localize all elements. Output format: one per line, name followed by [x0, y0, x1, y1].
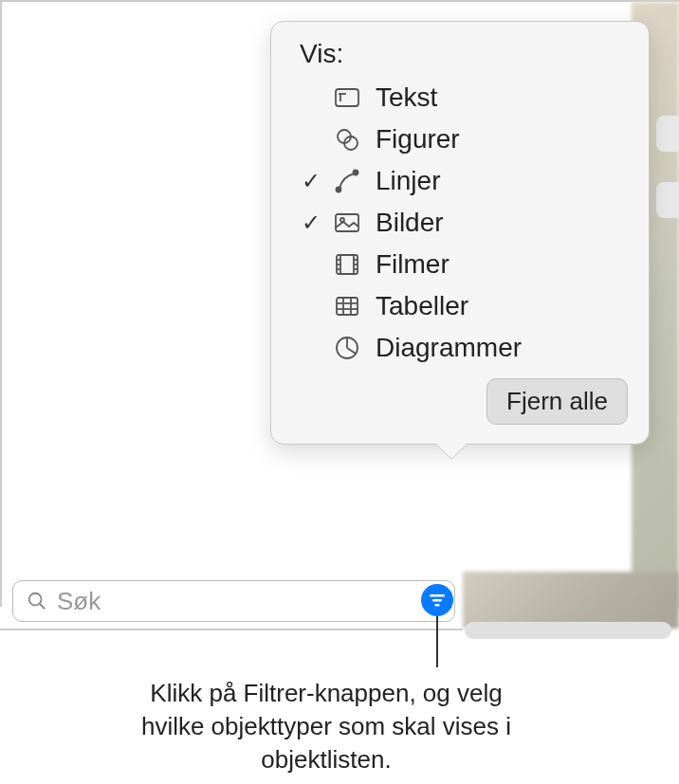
check-col: ✓ [296, 168, 326, 194]
menu-label-text: Tekst [368, 82, 624, 113]
menu-label-charts: Diagrammer [368, 333, 624, 363]
check-col: ✓ [296, 210, 326, 236]
chart-icon [333, 334, 361, 362]
menu-label-images: Bilder [368, 208, 624, 238]
search-input[interactable] [57, 587, 441, 616]
svg-line-28 [40, 604, 46, 610]
annotation-leader-line [436, 616, 438, 667]
menu-item-charts[interactable]: Diagrammer [292, 327, 628, 369]
line-icon [333, 167, 361, 195]
popover-title: Vis: [292, 39, 628, 69]
svg-line-26 [347, 348, 356, 354]
annotation-text: Klikk på Filtrer-knappen, og velg hvilke… [118, 677, 535, 776]
search-bar[interactable] [12, 580, 455, 622]
side-tab-1[interactable] [656, 116, 679, 152]
menu-item-shapes[interactable]: Figurer [292, 119, 628, 160]
divider [0, 629, 463, 630]
svg-rect-0 [336, 89, 358, 106]
bottom-background-blur [463, 572, 679, 629]
menu-item-lines[interactable]: ✓ Linjer [292, 160, 628, 202]
menu-item-tables[interactable]: Tabeller [292, 285, 628, 327]
text-icon [333, 83, 361, 112]
filter-button[interactable] [421, 584, 453, 616]
horizontal-scrollbar[interactable] [465, 622, 671, 639]
menu-label-movies: Filmer [368, 249, 624, 280]
svg-rect-19 [337, 298, 358, 315]
filter-popover: Vis: Tekst Figurer ✓ [270, 21, 650, 445]
svg-rect-30 [432, 599, 442, 602]
menu-item-movies[interactable]: Filmer [292, 244, 628, 285]
menu-label-lines: Linjer [368, 166, 624, 196]
film-icon [333, 250, 361, 279]
shapes-icon [333, 125, 361, 154]
filter-icon [429, 592, 446, 609]
image-icon [333, 209, 361, 237]
search-icon [27, 591, 47, 611]
menu-item-text[interactable]: Tekst [292, 77, 628, 119]
clear-all-button[interactable]: Fjern alle [486, 378, 628, 425]
checkmark-icon: ✓ [302, 168, 321, 194]
svg-rect-31 [435, 604, 440, 607]
menu-label-shapes: Figurer [368, 124, 624, 155]
svg-point-27 [29, 593, 42, 606]
menu-label-tables: Tabeller [368, 291, 624, 321]
svg-rect-29 [430, 594, 445, 597]
menu-item-images[interactable]: ✓ Bilder [292, 202, 628, 244]
table-icon [333, 292, 361, 320]
checkmark-icon: ✓ [302, 210, 321, 236]
side-tab-2[interactable] [656, 182, 679, 218]
